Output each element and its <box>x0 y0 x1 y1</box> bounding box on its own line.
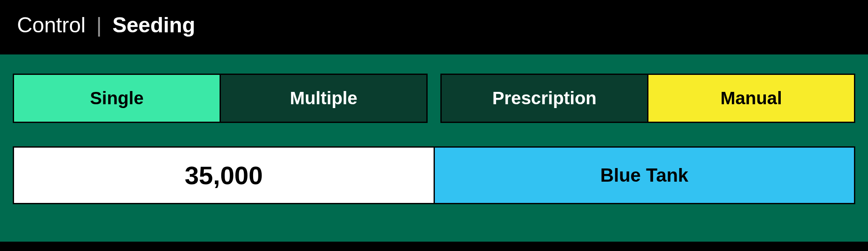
toggle-multiple[interactable]: Multiple <box>221 75 426 122</box>
toggle-single[interactable]: Single <box>14 75 221 122</box>
toggle-group-mode: Single Multiple <box>13 74 428 123</box>
breadcrumb-parent[interactable]: Control <box>17 13 86 37</box>
toggle-manual[interactable]: Manual <box>648 75 854 122</box>
breadcrumb: Control | Seeding <box>0 0 868 54</box>
toggle-group-source: Prescription Manual <box>440 74 855 123</box>
rate-value[interactable]: 35,000 <box>14 148 435 203</box>
toggle-row: Single Multiple Prescription Manual <box>13 74 855 123</box>
tank-value[interactable]: Blue Tank <box>435 148 854 203</box>
value-row: 35,000 Blue Tank <box>13 146 855 204</box>
content-area: Single Multiple Prescription Manual 35,0… <box>0 54 868 242</box>
breadcrumb-divider: | <box>96 13 102 37</box>
toggle-prescription[interactable]: Prescription <box>442 75 648 122</box>
breadcrumb-current: Seeding <box>112 13 195 37</box>
